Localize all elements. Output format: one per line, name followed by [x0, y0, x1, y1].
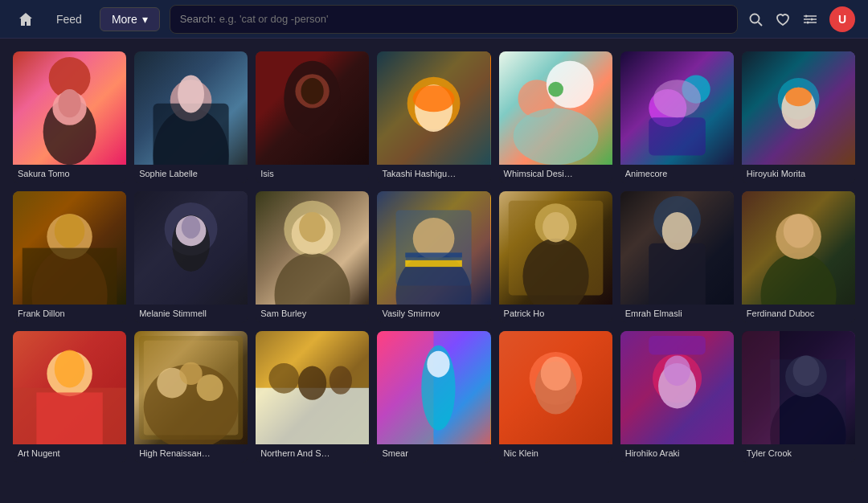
svg-point-75: [55, 350, 85, 388]
card-image: [13, 191, 126, 305]
svg-point-49: [182, 216, 201, 239]
art-card[interactable]: Frank Dillon: [13, 191, 126, 323]
home-button[interactable]: [13, 6, 39, 32]
svg-point-105: [792, 356, 819, 386]
card-label: Tyler Crook: [742, 444, 855, 463]
svg-point-14: [58, 89, 80, 117]
art-card[interactable]: Nic Klein: [499, 331, 612, 463]
card-image: [742, 51, 855, 165]
svg-point-29: [513, 108, 598, 166]
art-card[interactable]: Whimsical Desi…: [499, 51, 612, 183]
header: Feed More ▾ Search:: [0, 0, 868, 39]
art-card[interactable]: Smear: [377, 331, 490, 463]
card-image: [13, 331, 126, 444]
svg-rect-100: [649, 336, 706, 355]
art-card[interactable]: Northern And S…: [256, 331, 369, 463]
card-label: Hiroyuki Morita: [742, 165, 855, 183]
avatar[interactable]: U: [829, 6, 855, 32]
card-label: Art Nugent: [13, 444, 126, 463]
more-label: More: [112, 13, 137, 26]
svg-point-51: [275, 253, 350, 305]
art-card[interactable]: Animecore: [620, 51, 734, 183]
search-icon-button[interactable]: [747, 11, 764, 27]
card-label: High Renaissан…: [134, 444, 248, 463]
search-prefix: Search:: [180, 13, 216, 25]
art-card[interactable]: Patrick Ho: [499, 191, 612, 323]
card-image: [620, 191, 734, 305]
svg-rect-44: [23, 248, 117, 305]
card-image: [620, 331, 734, 444]
svg-point-53: [299, 212, 326, 243]
svg-point-86: [298, 366, 326, 400]
card-image: [134, 331, 248, 444]
svg-point-35: [653, 80, 701, 117]
svg-rect-76: [36, 393, 102, 445]
card-label: Sakura Tomo: [13, 165, 126, 183]
search-input[interactable]: [219, 13, 727, 25]
svg-point-67: [661, 212, 692, 250]
card-label: Hirohiko Araki: [620, 444, 734, 463]
art-card[interactable]: Takashi Hashigu…: [377, 51, 490, 183]
card-image: [134, 51, 248, 165]
card-label: Whimsical Desi…: [499, 165, 612, 183]
main-content: Sakura Tomo Sophie Labelle Isis Takashi …: [0, 39, 868, 503]
svg-line-1: [759, 22, 763, 26]
art-card[interactable]: Hiroyuki Morita: [742, 51, 855, 183]
art-card[interactable]: Ferdinand Duboc: [742, 191, 855, 323]
filter-icon-button[interactable]: [802, 11, 818, 27]
art-card[interactable]: Art Nugent: [13, 331, 126, 463]
search-bar: Search:: [170, 5, 738, 34]
card-image: [742, 191, 855, 305]
svg-rect-66: [649, 243, 706, 305]
art-card[interactable]: Sakura Tomo: [13, 51, 126, 183]
card-label: Takashi Hashigu…: [377, 165, 490, 183]
svg-rect-59: [406, 253, 463, 260]
card-image: [499, 191, 612, 305]
card-label: Sophie Labelle: [134, 165, 248, 183]
svg-point-95: [540, 357, 571, 391]
card-label: Isis: [256, 165, 369, 183]
card-label: Animecore: [620, 165, 734, 183]
header-icons: U: [747, 6, 855, 32]
art-card[interactable]: Melanie Stimmell: [134, 191, 248, 323]
feed-label: Feed: [56, 13, 82, 26]
card-image: [499, 51, 612, 165]
card-image: [742, 331, 855, 444]
art-card[interactable]: Tyler Crook: [742, 331, 855, 463]
art-grid: Sakura Tomo Sophie Labelle Isis Takashi …: [13, 51, 855, 463]
art-card[interactable]: High Renaissан…: [134, 331, 248, 463]
heart-icon-button[interactable]: [775, 11, 791, 27]
art-card[interactable]: Emrah Elmasli: [620, 191, 734, 323]
card-label: Sam Burley: [256, 305, 369, 323]
svg-point-87: [330, 366, 352, 395]
svg-point-0: [751, 14, 760, 22]
card-label: Ferdinand Duboc: [742, 305, 855, 323]
card-label: Smear: [377, 444, 490, 463]
card-image: [256, 51, 369, 165]
svg-point-91: [428, 351, 450, 378]
card-image: [377, 331, 490, 444]
art-card[interactable]: Sophie Labelle: [134, 51, 248, 183]
art-card[interactable]: Vasily Smirnov: [377, 191, 490, 323]
svg-rect-34: [649, 117, 706, 155]
card-label: Northern And S…: [256, 444, 369, 463]
chevron-down-icon: ▾: [142, 13, 148, 26]
card-label: Melanie Stimmell: [134, 305, 248, 323]
feed-button[interactable]: Feed: [48, 8, 90, 31]
card-image: [499, 331, 612, 444]
card-label: Patrick Ho: [499, 305, 612, 323]
svg-point-71: [784, 214, 814, 247]
svg-point-85: [269, 363, 300, 394]
svg-point-39: [785, 88, 812, 107]
art-card[interactable]: Hirohiko Araki: [620, 331, 734, 463]
card-image: [256, 331, 369, 444]
card-image: [13, 51, 126, 165]
card-image: [134, 191, 248, 305]
card-label: Frank Dillon: [13, 305, 126, 323]
svg-point-18: [178, 75, 204, 112]
more-button[interactable]: More ▾: [100, 7, 160, 31]
card-image: [377, 51, 490, 165]
svg-point-26: [413, 85, 455, 112]
art-card[interactable]: Sam Burley: [256, 191, 369, 323]
art-card[interactable]: Isis: [256, 51, 369, 183]
